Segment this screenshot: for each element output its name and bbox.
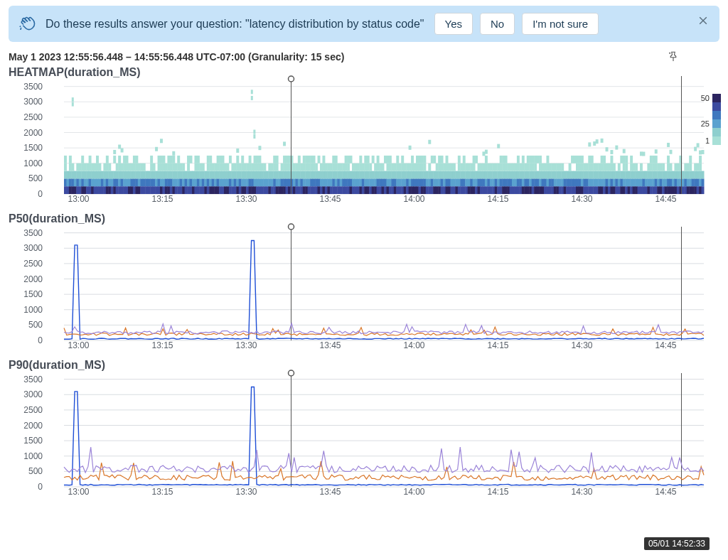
svg-rect-1045	[642, 178, 645, 186]
svg-rect-397	[283, 171, 286, 179]
svg-rect-174	[160, 186, 163, 194]
svg-rect-1038	[638, 171, 641, 179]
svg-rect-113	[123, 163, 126, 171]
svg-rect-764	[485, 150, 488, 154]
svg-rect-817	[517, 186, 520, 194]
svg-rect-160	[150, 156, 153, 163]
svg-rect-579	[384, 186, 387, 194]
svg-rect-532	[357, 178, 360, 186]
svg-rect-473	[322, 163, 325, 171]
svg-rect-524	[352, 178, 355, 186]
svg-rect-354	[258, 178, 261, 186]
svg-rect-768	[487, 163, 490, 171]
svg-rect-10	[64, 171, 67, 179]
svg-rect-1063	[652, 163, 655, 171]
svg-rect-538	[359, 163, 362, 171]
svg-rect-125	[130, 178, 133, 186]
svg-rect-930	[581, 178, 584, 186]
svg-rect-478	[325, 163, 328, 171]
unsure-button[interactable]: I'm not sure	[522, 13, 599, 35]
hover-timestamp: 05/01 14:52:33	[644, 537, 710, 550]
svg-rect-956	[593, 163, 596, 171]
svg-rect-299	[229, 186, 232, 194]
svg-rect-761	[485, 171, 488, 179]
svg-rect-429	[300, 186, 303, 194]
svg-rect-1022	[628, 171, 631, 179]
svg-rect-19	[69, 163, 72, 171]
svg-rect-222	[185, 186, 188, 194]
svg-rect-91	[113, 178, 116, 186]
svg-rect-1053	[647, 171, 650, 179]
svg-rect-506	[342, 178, 345, 186]
svg-rect-373	[268, 163, 271, 171]
p90-plot[interactable]	[48, 373, 719, 487]
svg-rect-460	[315, 171, 318, 179]
svg-rect-79	[106, 178, 109, 186]
svg-rect-989	[610, 171, 613, 179]
svg-rect-269	[212, 178, 215, 186]
svg-rect-16	[69, 186, 72, 194]
svg-rect-552	[367, 163, 370, 171]
svg-rect-526	[352, 163, 355, 171]
yes-button[interactable]: Yes	[434, 13, 473, 35]
svg-rect-917	[574, 171, 577, 179]
svg-rect-744	[475, 171, 478, 179]
svg-rect-939	[586, 178, 589, 186]
svg-rect-834	[524, 163, 527, 171]
svg-rect-719	[460, 163, 463, 171]
svg-rect-311	[236, 186, 239, 194]
svg-rect-161	[153, 186, 156, 194]
svg-rect-724	[463, 156, 466, 163]
svg-rect-746	[478, 186, 481, 194]
svg-rect-901	[564, 186, 567, 194]
heatmap-plot[interactable]	[48, 80, 719, 194]
svg-rect-799	[505, 163, 508, 171]
svg-rect-869	[544, 178, 547, 186]
svg-rect-1136	[694, 147, 697, 151]
p50-plot[interactable]	[48, 227, 719, 340]
svg-rect-148	[143, 171, 146, 179]
svg-rect-106	[121, 178, 124, 186]
svg-rect-1097	[672, 186, 675, 194]
svg-rect-629	[411, 178, 414, 186]
svg-rect-364	[263, 178, 266, 186]
svg-rect-123	[128, 163, 131, 171]
svg-rect-1023	[630, 186, 633, 194]
svg-rect-265	[209, 171, 212, 179]
svg-rect-61	[94, 163, 97, 171]
svg-rect-1057	[650, 171, 653, 179]
svg-rect-819	[517, 171, 520, 179]
svg-rect-1010	[623, 178, 626, 186]
svg-rect-29	[76, 178, 79, 186]
svg-rect-1009	[623, 186, 626, 194]
svg-rect-585	[386, 171, 389, 179]
svg-rect-475	[325, 186, 328, 194]
svg-rect-435	[303, 171, 306, 179]
y-axis: 0500100015002000250030003500	[9, 373, 48, 487]
svg-rect-803	[507, 171, 510, 179]
close-icon[interactable]	[695, 13, 711, 28]
pin-icon[interactable]	[667, 50, 680, 63]
svg-rect-984	[608, 178, 611, 186]
svg-rect-384	[276, 178, 279, 186]
svg-rect-898	[561, 178, 564, 186]
svg-rect-995	[613, 171, 616, 179]
svg-rect-615	[404, 186, 407, 194]
svg-rect-548	[364, 156, 367, 163]
chart-p90: P90(duration_MS) 05001000150020002500300…	[9, 359, 719, 500]
svg-rect-664	[428, 140, 431, 144]
no-button[interactable]: No	[480, 13, 515, 35]
y-axis: 0500100015002000250030003500	[9, 80, 48, 194]
svg-rect-159	[150, 163, 153, 171]
svg-rect-1005	[620, 186, 623, 194]
svg-rect-1099	[672, 171, 675, 179]
svg-rect-726	[465, 178, 468, 186]
svg-rect-279	[217, 163, 220, 171]
svg-rect-221	[182, 163, 185, 171]
svg-rect-698	[448, 171, 451, 179]
svg-rect-34	[79, 171, 82, 179]
svg-rect-1093	[670, 178, 673, 186]
svg-rect-541	[362, 178, 365, 186]
svg-rect-295	[226, 186, 229, 194]
svg-rect-258	[207, 186, 210, 194]
